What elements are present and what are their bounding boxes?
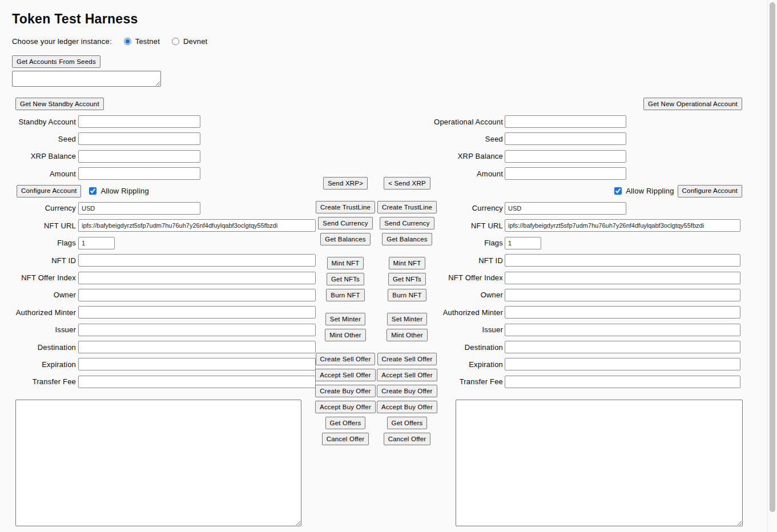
standby-accept-sell-offer-button[interactable]: Accept Sell Offer	[315, 369, 375, 381]
standby-create-trustline-button[interactable]: Create TrustLine	[316, 201, 375, 213]
field-row: Expiration	[434, 358, 742, 370]
get-new-operational-account-button[interactable]: Get New Operational Account	[643, 98, 742, 110]
operational-nft-offer-index-input[interactable]	[505, 272, 740, 284]
standby-results-textarea[interactable]	[15, 400, 301, 526]
operational-owner-label: Owner	[434, 291, 505, 299]
field-row: Owner	[12, 289, 316, 301]
standby-currency-input[interactable]	[78, 202, 200, 215]
standby-amount-input[interactable]	[78, 167, 200, 180]
standby-authorized-minter-input[interactable]	[78, 306, 316, 319]
operational-currency-input[interactable]	[505, 202, 626, 215]
standby-get-balances-button[interactable]: Get Balances	[320, 233, 370, 245]
field-row: Destination	[434, 341, 742, 353]
operational-create-sell-offer-button[interactable]: Create Sell Offer	[377, 353, 437, 365]
standby-allow-rippling-checkbox[interactable]	[89, 187, 96, 195]
field-row: Seed	[12, 132, 316, 145]
get-accounts-from-seeds-button[interactable]: Get Accounts From Seeds	[12, 55, 100, 68]
operational-seed-label: Seed	[434, 135, 505, 143]
standby-expiration-input[interactable]	[78, 358, 316, 370]
operational-expiration-input[interactable]	[505, 358, 740, 370]
operational-nft-url-input[interactable]	[505, 219, 740, 232]
operational-amount-input[interactable]	[505, 167, 626, 180]
operational-authorized-minter-input[interactable]	[505, 306, 740, 319]
standby-send-xrp-button[interactable]: Send XRP>	[323, 177, 368, 190]
operational-send-currency-button[interactable]: Send Currency	[380, 217, 434, 229]
operational-send-xrp-button[interactable]: < Send XRP	[384, 177, 430, 190]
operational-account-label: Operational Account	[434, 118, 505, 126]
operational-results-textarea[interactable]	[456, 400, 743, 526]
operational-accept-buy-offer-button[interactable]: Accept Buy Offer	[377, 401, 437, 413]
token-test-harness-page: Token Test Harness Choose your ledger in…	[0, 0, 777, 532]
operational-actions-column: < Send XRP Create TrustLine Send Currenc…	[380, 177, 434, 445]
standby-owner-label: Owner	[12, 291, 78, 299]
standby-account-input[interactable]	[78, 115, 200, 128]
operational-destination-input[interactable]	[505, 341, 740, 353]
standby-cancel-offer-button[interactable]: Cancel Offer	[322, 433, 369, 445]
standby-mint-nft-button[interactable]: Mint NFT	[327, 257, 364, 269]
operational-cancel-offer-button[interactable]: Cancel Offer	[384, 433, 431, 445]
standby-issuer-label: Issuer	[12, 325, 78, 334]
operational-xrp-balance-input[interactable]	[505, 150, 626, 163]
standby-destination-label: Destination	[12, 343, 78, 352]
standby-destination-input[interactable]	[78, 341, 316, 353]
standby-accept-buy-offer-button[interactable]: Accept Buy Offer	[315, 401, 376, 413]
standby-nft-url-label: NFT URL	[12, 221, 78, 230]
standby-create-sell-offer-button[interactable]: Create Sell Offer	[316, 353, 376, 365]
operational-nft-id-input[interactable]	[505, 254, 740, 267]
operational-mint-nft-button[interactable]: Mint NFT	[389, 257, 426, 269]
standby-transfer-fee-label: Transfer Fee	[12, 377, 78, 386]
standby-send-currency-button[interactable]: Send Currency	[318, 217, 372, 229]
get-new-standby-account-button[interactable]: Get New Standby Account	[15, 98, 104, 110]
button-group: Set Minter Mint Other	[387, 313, 428, 341]
testnet-radio[interactable]	[124, 38, 131, 45]
standby-issuer-input[interactable]	[78, 324, 316, 336]
operational-mint-other-button[interactable]: Mint Other	[387, 329, 428, 341]
button-group: < Send XRP	[384, 177, 430, 190]
devnet-radio[interactable]	[172, 38, 179, 45]
standby-header: Get New Standby Account	[12, 98, 316, 110]
standby-nft-offer-index-input[interactable]	[78, 272, 316, 284]
field-row: Authorized Minter	[12, 306, 316, 319]
operational-nft-url-label: NFT URL	[434, 221, 505, 230]
standby-owner-input[interactable]	[78, 289, 316, 301]
button-group: Send XRP>	[323, 177, 368, 190]
operational-configure-account-button[interactable]: Configure Account	[678, 185, 742, 198]
standby-create-buy-offer-button[interactable]: Create Buy Offer	[315, 385, 375, 397]
standby-get-offers-button[interactable]: Get Offers	[325, 417, 366, 429]
operational-account-input[interactable]	[505, 115, 626, 128]
operational-create-buy-offer-button[interactable]: Create Buy Offer	[377, 385, 437, 397]
operational-flags-input[interactable]	[505, 237, 541, 249]
operational-set-minter-button[interactable]: Set Minter	[387, 313, 427, 325]
standby-seed-input[interactable]	[78, 132, 200, 145]
operational-nft-offer-index-label: NFT Offer Index	[434, 273, 505, 282]
standby-nft-id-input[interactable]	[78, 254, 316, 267]
operational-create-trustline-button[interactable]: Create TrustLine	[377, 201, 437, 213]
standby-flags-input[interactable]	[78, 237, 115, 249]
operational-seed-input[interactable]	[505, 132, 626, 145]
testnet-option[interactable]: Testnet	[124, 37, 160, 46]
standby-xrp-balance-input[interactable]	[78, 150, 200, 163]
standby-mint-other-button[interactable]: Mint Other	[325, 329, 366, 341]
vertical-scrollbar[interactable]	[767, 0, 777, 532]
standby-get-nfts-button[interactable]: Get NFTs	[327, 273, 364, 285]
standby-burn-nft-button[interactable]: Burn NFT	[326, 289, 364, 301]
operational-get-nfts-button[interactable]: Get NFTs	[388, 273, 426, 285]
operational-burn-nft-button[interactable]: Burn NFT	[388, 289, 426, 301]
operational-allow-rippling-checkbox[interactable]	[614, 187, 622, 195]
scrollbar-thumb[interactable]	[770, 2, 775, 512]
operational-transfer-fee-input[interactable]	[505, 376, 740, 388]
devnet-option[interactable]: Devnet	[172, 37, 207, 46]
operational-get-offers-button[interactable]: Get Offers	[387, 417, 428, 429]
operational-currency-label: Currency	[434, 204, 505, 212]
standby-configure-account-button[interactable]: Configure Account	[17, 185, 81, 198]
operational-get-balances-button[interactable]: Get Balances	[382, 233, 432, 245]
standby-nft-offer-index-label: NFT Offer Index	[12, 273, 78, 282]
operational-owner-input[interactable]	[505, 289, 740, 301]
standby-transfer-fee-input[interactable]	[78, 376, 316, 388]
operational-accept-sell-offer-button[interactable]: Accept Sell Offer	[377, 369, 437, 381]
operational-issuer-input[interactable]	[505, 324, 740, 336]
standby-nft-id-label: NFT ID	[12, 256, 78, 265]
seeds-textarea[interactable]	[12, 71, 161, 87]
standby-set-minter-button[interactable]: Set Minter	[325, 313, 365, 325]
standby-nft-url-input[interactable]	[78, 219, 316, 232]
